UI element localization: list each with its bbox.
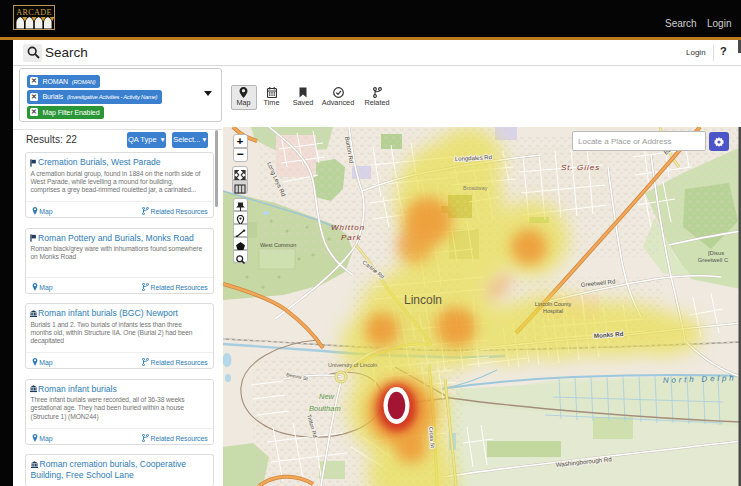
svg-text:Lincoln: Lincoln <box>404 293 442 307</box>
svg-text:Boultham: Boultham <box>309 404 341 413</box>
svg-text:St. Giles: St. Giles <box>561 163 600 172</box>
svg-text:Whitton: Whitton <box>331 223 365 232</box>
svg-text:Lincoln County: Lincoln County <box>535 301 572 307</box>
svg-text:University of Lincoln: University of Lincoln <box>328 362 377 368</box>
svg-text:Park: Park <box>341 233 361 242</box>
svg-text:Greetwell C: Greetwell C <box>698 257 728 263</box>
svg-text:[Disus: [Disus <box>708 250 724 256</box>
svg-text:ARCADE: ARCADE <box>16 8 51 17</box>
svg-text:West Common: West Common <box>260 242 296 248</box>
svg-text:New: New <box>319 392 335 401</box>
svg-text:Hospital: Hospital <box>543 308 563 314</box>
svg-text:Broadway: Broadway <box>463 185 488 191</box>
